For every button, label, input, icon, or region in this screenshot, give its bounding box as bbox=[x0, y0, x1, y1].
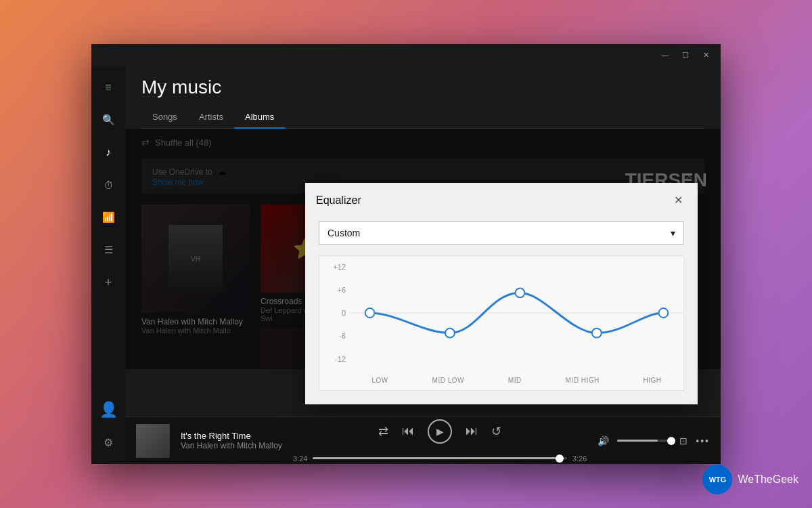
eq-y-labels: +12 +6 0 -6 -12 bbox=[319, 256, 350, 370]
wtg-text: WeTheGeek bbox=[738, 473, 798, 486]
progress-bar[interactable] bbox=[313, 457, 566, 459]
wtg-logo: WTG bbox=[702, 465, 732, 494]
sidebar-add-icon[interactable]: + bbox=[93, 268, 123, 297]
repeat-button[interactable]: ↺ bbox=[491, 424, 501, 439]
progress-thumb bbox=[556, 454, 564, 463]
progress-fill bbox=[313, 457, 559, 459]
more-button[interactable]: ••• bbox=[696, 436, 710, 446]
next-button[interactable]: ⏭ bbox=[466, 424, 478, 438]
eq-handle-low[interactable] bbox=[365, 308, 375, 318]
eq-header: Equalizer ✕ bbox=[305, 183, 698, 215]
sidebar-music-icon[interactable]: ♪ bbox=[93, 137, 123, 167]
play-button[interactable]: ▶ bbox=[428, 419, 452, 444]
close-button[interactable]: ✕ bbox=[696, 47, 715, 62]
main-layout: ≡ 🔍 ♪ ⏱ 📶 ☰ + 👤 bbox=[91, 66, 721, 464]
eq-y-12: +12 bbox=[323, 263, 346, 271]
sidebar-menu-icon[interactable]: ≡ bbox=[93, 72, 123, 102]
now-playing-thumb bbox=[136, 424, 170, 458]
watermark: WTG WeTheGeek bbox=[702, 465, 798, 494]
eq-x-high: HIGH bbox=[644, 377, 662, 384]
sidebar-avatar-icon[interactable]: 👤 bbox=[93, 395, 123, 425]
eq-preset-dropdown[interactable]: Custom ▾ bbox=[319, 221, 684, 245]
page-header: My music Songs Artists Albums bbox=[125, 66, 721, 129]
shuffle-button[interactable]: ⇄ bbox=[378, 424, 388, 439]
eq-y-neg12: -12 bbox=[323, 355, 346, 363]
sidebar-settings-icon[interactable]: ⚙ bbox=[93, 427, 123, 457]
content-area: My music Songs Artists Albums ⇄ Shuffle … bbox=[125, 66, 721, 464]
eq-x-midlow: MID LOW bbox=[432, 377, 464, 384]
progress-row: 3:24 3:26 bbox=[293, 454, 587, 463]
controls-row: ⇄ ⏮ ▶ ⏭ ↺ bbox=[378, 419, 501, 444]
eq-handle-high[interactable] bbox=[659, 308, 669, 318]
eq-dropdown-arrow: ▾ bbox=[671, 228, 675, 238]
volume-thumb bbox=[667, 437, 675, 445]
eq-close-button[interactable]: ✕ bbox=[670, 192, 687, 208]
tab-artists[interactable]: Artists bbox=[188, 106, 234, 129]
tab-albums[interactable]: Albums bbox=[234, 106, 285, 129]
volume-bar[interactable] bbox=[617, 440, 671, 442]
page-title: My music bbox=[141, 77, 704, 98]
eq-handle-mid[interactable] bbox=[516, 288, 525, 297]
eq-y-6: +6 bbox=[323, 286, 346, 294]
right-controls: 🔊 ⊡ ••• bbox=[597, 436, 710, 446]
sidebar-history-icon[interactable]: ⏱ bbox=[93, 170, 123, 200]
sidebar-search-icon[interactable]: 🔍 bbox=[93, 105, 123, 135]
eq-x-labels: LOW MID LOW MID MID HIGH HIGH bbox=[350, 370, 683, 390]
eq-body: Custom ▾ +12 +6 0 -6 -12 bbox=[305, 215, 698, 404]
eq-handle-midhigh[interactable] bbox=[592, 329, 602, 338]
eq-chart: +12 +6 0 -6 -12 bbox=[319, 255, 684, 391]
eq-x-mid: MID bbox=[508, 377, 522, 384]
player-bar: It's the Right Time Van Halen with Mitch… bbox=[125, 417, 721, 464]
eq-handle-midlow[interactable] bbox=[445, 329, 455, 338]
eq-svg-area bbox=[350, 256, 683, 370]
prev-button[interactable]: ⏮ bbox=[402, 424, 414, 438]
content-body: ⇄ Shuffle all (48) Use OneDrive to ☁ Sho… bbox=[125, 129, 721, 417]
sidebar-playlist-icon[interactable]: ☰ bbox=[93, 235, 123, 265]
eq-svg bbox=[350, 256, 683, 370]
volume-fill bbox=[617, 440, 658, 442]
player-controls: ⇄ ⏮ ▶ ⏭ ↺ 3:24 3:26 bbox=[293, 419, 587, 463]
tab-bar: Songs Artists Albums bbox=[141, 106, 704, 129]
title-bar: — ☐ ✕ bbox=[91, 44, 721, 66]
eq-y-0: 0 bbox=[323, 309, 346, 317]
track-title: It's the Right Time bbox=[181, 431, 282, 441]
time-current: 3:24 bbox=[293, 454, 307, 463]
sidebar: ≡ 🔍 ♪ ⏱ 📶 ☰ + 👤 bbox=[91, 66, 125, 464]
eq-x-low: LOW bbox=[371, 377, 388, 384]
tab-songs[interactable]: Songs bbox=[141, 106, 188, 129]
equalizer-dialog: Equalizer ✕ Custom ▾ +12 bbox=[305, 183, 698, 404]
now-playing-info: It's the Right Time Van Halen with Mitch… bbox=[181, 431, 282, 450]
eq-title: Equalizer bbox=[316, 194, 361, 207]
app-window: — ☐ ✕ ≡ 🔍 ♪ ⏱ 📶 ☰ + bbox=[91, 44, 721, 464]
eq-x-midhigh: MID HIGH bbox=[566, 377, 600, 384]
sidebar-chart-icon[interactable]: 📶 bbox=[93, 203, 123, 232]
track-artist: Van Halen with Mitch Malloy bbox=[181, 441, 282, 450]
time-total: 3:26 bbox=[572, 454, 587, 463]
mini-player-button[interactable]: ⊡ bbox=[679, 436, 687, 446]
maximize-button[interactable]: ☐ bbox=[676, 47, 695, 62]
minimize-button[interactable]: — bbox=[656, 47, 675, 62]
volume-button[interactable]: 🔊 bbox=[597, 436, 609, 446]
eq-preset-label: Custom bbox=[328, 228, 360, 238]
eq-y-neg6: -6 bbox=[323, 332, 346, 340]
